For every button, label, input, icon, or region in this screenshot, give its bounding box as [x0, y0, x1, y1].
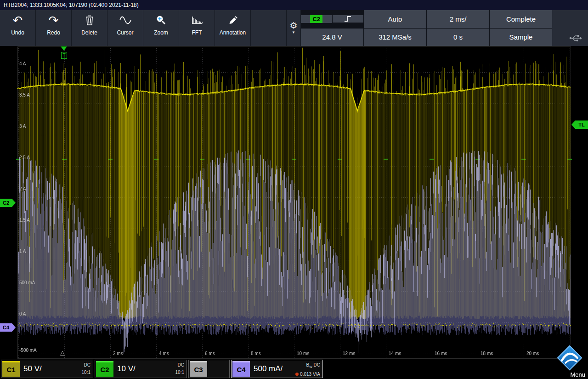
trigger-time-marker[interactable]: △ [60, 349, 65, 356]
channel-4-coupling: BW DC [295, 362, 320, 371]
trash-icon [85, 10, 94, 30]
x-axis-label: 12 ms [343, 351, 355, 356]
fft-button[interactable]: FFT [179, 10, 215, 46]
y-axis-label: -500 mA [19, 348, 37, 353]
oscilloscope-screen: RTB2004; 1333.1005K04; 107190 (02.400 20… [0, 0, 588, 379]
x-axis-label: 18 ms [481, 351, 493, 356]
redo-button[interactable]: ↷ Redo [36, 10, 72, 46]
rohde-schwarz-logo-icon [557, 345, 582, 371]
delete-label: Delete [81, 29, 97, 36]
channel-2-probe: 10:1 [175, 369, 184, 376]
y-axis-label: 3 A [19, 124, 26, 129]
delete-button[interactable]: Delete [72, 10, 107, 46]
y-axis-label: 1 A [19, 249, 26, 254]
y-axis-label: 1.5 A [19, 218, 30, 223]
title-bar: RTB2004; 1333.1005K04; 107190 (02.400 20… [0, 0, 588, 10]
y-axis-label: 3.5 A [19, 92, 30, 98]
x-axis-label: 2 ms [113, 351, 123, 356]
channel-1-block[interactable]: C1 50 V/ DC 10:1 [1, 360, 93, 378]
channel-4-badge: C4 [232, 361, 250, 377]
x-axis-label: 20 ms [526, 351, 539, 356]
trigger-mode-cell[interactable]: Auto [364, 10, 426, 28]
trigger-source-badge: C2 [310, 15, 322, 23]
cursor-button[interactable]: Cursor [107, 10, 143, 46]
channel-2-coupling: DC [175, 362, 184, 369]
y-axis-label: 2.5 A [19, 155, 30, 160]
sine-wave-icon [119, 10, 132, 30]
channel-1-badge: C1 [2, 361, 20, 377]
trigger-position-marker[interactable] [61, 46, 67, 51]
probe-warning-icon [295, 373, 299, 376]
undo-button[interactable]: ↶ Undo [0, 10, 36, 46]
trigger-flag[interactable]: T [61, 52, 67, 59]
channel-2-badge: C2 [96, 361, 113, 377]
channel-3-block[interactable]: C3 [188, 360, 230, 378]
y-axis-label: 500 mA [19, 280, 35, 285]
cursor-label: Cursor [117, 29, 133, 36]
acquisition-mode-cell[interactable]: Sample [490, 29, 552, 46]
x-axis-label: 6 ms [205, 351, 215, 356]
channel-2-scale: 10 V/ [117, 360, 136, 378]
toolbar-right-area [552, 10, 588, 46]
usb-icon [569, 34, 582, 42]
annotation-button[interactable]: Annotation [215, 10, 251, 46]
channel-3-badge: C3 [190, 361, 207, 377]
menu-button[interactable]: Menu [570, 371, 585, 378]
toolbar: ↶ Undo ↷ Redo Delete Cursor [0, 10, 588, 46]
channel-2-info: DC 10:1 [175, 362, 184, 376]
pencil-icon [227, 10, 238, 30]
gear-icon: ⚙ [289, 21, 297, 30]
x-axis-label: 8 ms [251, 351, 261, 356]
status-grid: C2 Auto 2 ms/ Complete 24.8 V 312 MSa/s … [301, 10, 552, 46]
y-axis-label: 4 A [19, 61, 26, 66]
x-axis-label: 16 ms [435, 351, 447, 356]
waveform-display[interactable]: 4 A 3.5 A 3 A 2.5 A 2 A 1.5 A 1 A 500 mA… [0, 46, 588, 359]
x-axis-label: 4 ms [159, 351, 169, 356]
trigger-source-cell[interactable]: C2 [301, 10, 363, 28]
zoom-button[interactable]: Zoom [143, 10, 179, 46]
fft-icon [191, 10, 203, 30]
channel-4-probe: 0.013 V/A [295, 371, 320, 378]
undo-label: Undo [11, 29, 24, 36]
zoom-icon [156, 10, 167, 30]
x-axis-label: 10 ms [297, 351, 309, 356]
chevron-down-icon: ▼ [292, 30, 295, 35]
c4-ground-marker[interactable]: C4 [0, 323, 12, 332]
settings-button[interactable]: ⚙ ▼ [286, 10, 301, 46]
c2-ground-marker[interactable]: C2 [0, 199, 12, 207]
trigger-source-badge-wrap: C2 [301, 15, 332, 23]
trigger-level-marker[interactable]: TL [575, 121, 588, 129]
annotation-label: Annotation [220, 29, 246, 36]
channel-bar: C1 50 V/ DC 10:1 C2 10 V/ DC 10:1 C3 C4 … [0, 359, 588, 379]
redo-label: Redo [47, 29, 60, 36]
x-axis-label: 14 ms [389, 351, 401, 356]
channel-2-block[interactable]: C2 10 V/ DC 10:1 [95, 360, 187, 378]
sample-rate-cell[interactable]: 312 MSa/s [364, 29, 426, 46]
fft-label: FFT [192, 29, 202, 36]
undo-icon: ↶ [13, 10, 23, 30]
redo-icon: ↷ [49, 10, 59, 30]
trigger-slope-icon [344, 15, 352, 23]
timebase-cell[interactable]: 2 ms/ [427, 10, 489, 28]
y-axis-label: 2 A [19, 186, 26, 191]
channel-4-scale: 500 mA/ [254, 360, 283, 378]
channel-4-info: BW DC 0.013 V/A [295, 362, 320, 378]
waveform-canvas[interactable] [0, 46, 588, 359]
device-id-text: RTB2004; 1333.1005K04; 107190 (02.400 20… [4, 2, 139, 8]
y-axis-label: 0 A [19, 311, 26, 316]
channel-1-scale: 50 V/ [23, 360, 42, 378]
zoom-label: Zoom [154, 29, 168, 36]
channel-1-info: DC 10:1 [82, 362, 90, 376]
channel-4-block[interactable]: C4 500 mA/ BW DC 0.013 V/A [231, 360, 323, 378]
channel-1-coupling: DC [82, 362, 90, 369]
trigger-slope-wrap [333, 15, 364, 23]
horizontal-position-cell[interactable]: 0 s [427, 29, 489, 46]
channel-1-probe: 10:1 [82, 369, 90, 376]
acquisition-status-cell[interactable]: Complete [490, 10, 552, 28]
trigger-level-cell[interactable]: 24.8 V [301, 29, 363, 46]
